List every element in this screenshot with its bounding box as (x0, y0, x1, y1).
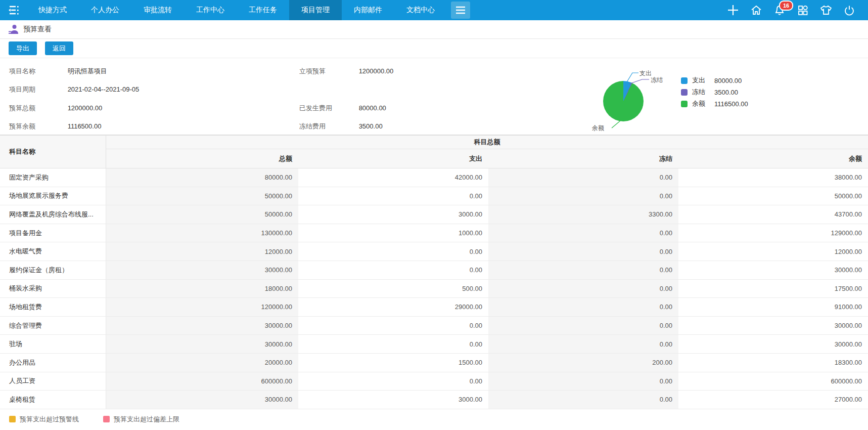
user-icon (8, 24, 19, 35)
cell-value: 0.00 (488, 372, 678, 391)
cell-value: 80000.00 (106, 168, 298, 187)
nav-item-1[interactable]: 个人办公 (79, 0, 131, 20)
cell-value: 200.00 (488, 354, 678, 372)
table-row: 综合管理费30000.000.000.0030000.00 (0, 317, 868, 335)
table-row: 履约保证金（房租）30000.000.000.0030000.00 (0, 261, 868, 280)
cell-value: 0.00 (298, 372, 488, 391)
footer-legend-label: 预算支出超过预警线 (20, 415, 79, 424)
export-button[interactable]: 导出 (9, 41, 37, 55)
nav-item-4[interactable]: 工作任务 (237, 0, 289, 20)
cell-subject-name: 驻场 (0, 335, 106, 353)
cell-subject-name: 场地租赁费 (0, 298, 106, 316)
field-value: 80000.00 (359, 104, 386, 112)
cell-value: 30000.00 (678, 317, 868, 335)
cell-subject-name: 人员工资 (0, 372, 106, 391)
nav-item-7[interactable]: 文档中心 (394, 0, 447, 20)
field-value: 3500.00 (359, 122, 383, 130)
table-row: 人员工资600000.000.000.00600000.00 (0, 372, 868, 391)
field-project-period: 项目周期 2021-02-04--2021-09-05 (9, 85, 139, 94)
page-title: 预算查看 (23, 25, 52, 34)
nav-item-3[interactable]: 工作中心 (184, 0, 237, 20)
notifications-button[interactable]: 16 (773, 4, 786, 17)
table-row: 场地租赁费120000.0029000.000.0091000.00 (0, 298, 868, 317)
table-row: 场地展览展示服务费50000.000.000.0050000.00 (0, 187, 868, 206)
cell-value: 1000.00 (298, 224, 488, 242)
legend-value: 3500.00 (714, 89, 738, 96)
field-value: 1116500.00 (68, 122, 102, 130)
footer-legend-swatch-icon (103, 416, 110, 422)
more-menus-button[interactable] (451, 2, 470, 19)
cell-value: 0.00 (488, 335, 678, 353)
plus-icon (726, 4, 740, 17)
cell-value: 1500.00 (298, 354, 488, 372)
cell-subject-name: 办公用品 (0, 354, 106, 372)
footer-legend-item-1: 预算支出超过偏差上限 (103, 415, 179, 424)
budget-summary-panel: 项目名称 明讯恒基项目 立项预算 1200000.00 项目周期 2021-02… (0, 58, 868, 135)
table-row: 项目备用金130000.001000.000.00129000.00 (0, 224, 868, 243)
field-budget-remaining: 预算余额 1116500.00 (9, 122, 101, 131)
cell-value: 129000.00 (678, 224, 868, 242)
column-header-2: 冻结 (488, 149, 678, 168)
field-approved-budget: 立项预算 1200000.00 (299, 67, 393, 76)
cell-value: 38000.00 (678, 168, 868, 187)
add-button[interactable] (726, 4, 740, 17)
cell-value: 3000.00 (298, 391, 488, 409)
cell-value: 18000.00 (106, 280, 298, 298)
nav-item-6[interactable]: 内部邮件 (342, 0, 394, 20)
field-label: 项目名称 (9, 67, 66, 76)
footer-legend: 预算支出超过预警线预算支出超过偏差上限 (0, 415, 868, 424)
cell-value: 91000.00 (678, 298, 868, 316)
budget-pie-chart (603, 81, 644, 121)
column-header-0: 总额 (106, 149, 298, 168)
cell-subject-name: 项目备用金 (0, 224, 106, 242)
cell-value: 50000.00 (106, 205, 298, 224)
home-icon (750, 4, 762, 16)
pie-label-expense: 支出 (639, 69, 652, 78)
subject-budget-table: 科目名称 科目总额 总额支出冻结余额 固定资产采购80000.0042000.0… (0, 135, 868, 409)
notification-badge: 16 (779, 1, 793, 11)
cell-value: 12000.00 (678, 242, 868, 261)
field-label: 预算总额 (9, 104, 66, 113)
logout-button[interactable] (843, 4, 856, 17)
cell-value: 30000.00 (106, 317, 298, 335)
cell-value: 3300.00 (488, 205, 678, 224)
cell-subject-name: 桶装水采购 (0, 280, 106, 298)
legend-swatch-icon (681, 101, 688, 107)
cell-value: 12000.00 (106, 242, 298, 261)
footer-legend-label: 预算支出超过偏差上限 (114, 415, 179, 424)
theme-button[interactable] (819, 4, 833, 17)
column-header-1: 支出 (298, 149, 488, 168)
table-row: 桶装水采购18000.00500.000.0017500.00 (0, 280, 868, 298)
nav-actions: 16 (716, 0, 868, 20)
column-header-3: 余额 (678, 149, 868, 168)
field-value: 2021-02-04--2021-09-05 (68, 85, 140, 93)
cell-value: 130000.00 (106, 224, 298, 242)
cell-value: 30000.00 (678, 335, 868, 353)
legend-label: 支出 (692, 76, 710, 85)
sidebar-collapse-button[interactable] (0, 0, 26, 20)
cell-value: 20000.00 (106, 354, 298, 372)
legend-item-0: 支出80000.00 (681, 77, 748, 84)
toolbar: 导出 返回 (0, 39, 868, 58)
cell-value: 30000.00 (678, 261, 868, 279)
nav-item-5[interactable]: 项目管理 (289, 0, 342, 20)
legend-value: 1116500.00 (714, 100, 748, 108)
column-group-header-subject-total: 科目总额 (106, 136, 868, 149)
nav-item-2[interactable]: 审批流转 (131, 0, 184, 20)
cell-value: 42000.00 (298, 168, 488, 187)
apps-button[interactable] (796, 4, 809, 17)
hamburger-icon (455, 6, 466, 14)
cell-value: 600000.00 (678, 372, 868, 391)
cell-subject-name: 水电暖气费 (0, 242, 106, 261)
nav-item-0[interactable]: 快捷方式 (26, 0, 79, 20)
cell-value: 120000.00 (106, 298, 298, 316)
field-value: 明讯恒基项目 (68, 67, 107, 75)
pie-label-frozen: 冻结 (651, 76, 663, 84)
cell-value: 0.00 (488, 298, 678, 316)
field-value: 1200000.00 (68, 104, 103, 112)
back-button[interactable]: 返回 (45, 41, 73, 55)
cell-value: 0.00 (488, 168, 678, 187)
home-button[interactable] (750, 4, 763, 17)
page-header: 预算查看 (0, 20, 868, 39)
apps-grid-icon (797, 4, 809, 16)
